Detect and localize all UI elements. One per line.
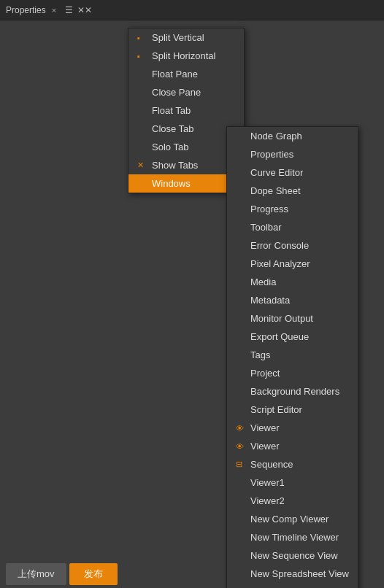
menu-item-curve-editor[interactable]: Curve Editor — [227, 163, 358, 182]
menu-item-tags[interactable]: Tags — [227, 346, 358, 364]
float-tab-label: Float Tab — [152, 105, 191, 116]
monitor-output-label: Monitor Output — [250, 313, 313, 324]
menu-item-metadata[interactable]: Metadata — [227, 291, 358, 309]
menu-item-new-sequence-view[interactable]: New Sequence View — [227, 546, 358, 565]
menu-item-progress[interactable]: Progress — [227, 200, 358, 218]
export-queue-label: Export Queue — [250, 331, 309, 342]
media-label: Media — [250, 276, 276, 287]
menu-item-node-graph[interactable]: Node Graph — [227, 127, 358, 145]
menu-item-dope-sheet[interactable]: Dope Sheet — [227, 182, 358, 200]
toolbar-label: Toolbar — [250, 222, 282, 233]
menu-item-media[interactable]: Media — [227, 273, 358, 291]
error-console-label: Error Console — [250, 240, 309, 251]
split-horizontal-label: Split Horizontal — [152, 50, 215, 61]
split-horizontal-icon: ▪ — [137, 52, 147, 61]
menu-item-viewer2[interactable]: Viewer2 — [227, 492, 358, 510]
menu-item-toolbar[interactable]: Toolbar — [227, 218, 358, 236]
top-bar: Properties × ☰ ✕✕ — [0, 0, 384, 20]
new-sequence-view-label: New Sequence View — [250, 550, 338, 561]
menu-item-pixel-analyzer[interactable]: Pixel Analyzer — [227, 255, 358, 273]
main-area: ▪ Split Vertical ▪ Split Horizontal Floa… — [0, 20, 384, 588]
script-editor-label: Script Editor — [250, 404, 302, 415]
split-vertical-icon: ▪ — [137, 34, 147, 42]
new-comp-viewer-label: New Comp Viewer — [250, 514, 329, 525]
viewer-1-eye-icon: 👁 — [236, 424, 246, 433]
publish-button[interactable]: 发布 — [69, 563, 118, 585]
panel-title: Properties — [6, 5, 46, 15]
viewer1-label: Viewer1 — [250, 477, 285, 488]
float-pane-label: Float Pane — [152, 69, 198, 80]
menu-item-viewer1[interactable]: Viewer1 — [227, 473, 358, 492]
node-graph-label: Node Graph — [250, 131, 302, 142]
menu-item-float-tab[interactable]: Float Tab — [128, 101, 244, 120]
solo-tab-label: Solo Tab — [152, 142, 188, 152]
menu-item-new-timeline-viewer[interactable]: New Timeline Viewer — [227, 528, 358, 546]
new-spreadsheet-view-label: New Spreadsheet View — [250, 568, 349, 579]
properties-label: Properties — [250, 149, 293, 160]
sequence-icon: ⊟ — [236, 460, 246, 469]
split-vertical-label: Split Vertical — [152, 32, 204, 43]
menu-item-monitor-output[interactable]: Monitor Output — [227, 309, 358, 328]
menu-item-split-horizontal[interactable]: ▪ Split Horizontal — [128, 47, 244, 65]
windows-label: Windows — [152, 178, 191, 189]
menu-item-sequence[interactable]: ⊟ Sequence — [227, 455, 358, 473]
menu-item-new-comp-viewer[interactable]: New Comp Viewer — [227, 510, 358, 528]
close-tab-label: Close Tab — [152, 123, 194, 134]
menu-item-viewer-2[interactable]: 👁 Viewer — [227, 437, 358, 455]
toolbar-icons: ☰ ✕✕ — [65, 5, 92, 15]
viewer-1-label: Viewer — [250, 422, 280, 433]
menu-item-new-script-editor[interactable]: New Script Editor — [227, 583, 358, 588]
metadata-label: Metadata — [250, 295, 290, 306]
menu-item-float-pane[interactable]: Float Pane — [128, 65, 244, 83]
show-tabs-check-icon: ✕ — [137, 160, 147, 170]
menu-item-error-console[interactable]: Error Console — [227, 236, 358, 255]
pixel-analyzer-label: Pixel Analyzer — [250, 258, 310, 269]
menu-item-viewer-1[interactable]: 👁 Viewer — [227, 419, 358, 437]
show-tabs-label: Show Tabs — [152, 160, 198, 171]
viewer-2-eye-icon: 👁 — [236, 442, 246, 451]
close-pane-label: Close Pane — [152, 87, 201, 98]
menu-item-background-renders[interactable]: Background Renders — [227, 382, 358, 401]
menu-item-new-spreadsheet-view[interactable]: New Spreadsheet View — [227, 565, 358, 583]
close-button[interactable]: × — [52, 6, 56, 15]
progress-label: Progress — [250, 204, 288, 214]
menu-item-close-pane[interactable]: Close Pane — [128, 83, 244, 101]
sequence-label: Sequence — [250, 459, 293, 470]
new-timeline-viewer-label: New Timeline Viewer — [250, 532, 339, 543]
menu-item-properties[interactable]: Properties — [227, 145, 358, 163]
menu-icon[interactable]: ☰ — [65, 5, 73, 15]
dope-sheet-label: Dope Sheet — [250, 185, 301, 196]
menu-item-script-editor[interactable]: Script Editor — [227, 401, 358, 419]
project-label: Project — [250, 368, 280, 379]
menu-item-split-vertical[interactable]: ▪ Split Vertical — [128, 28, 244, 47]
menu-item-project[interactable]: Project — [227, 364, 358, 382]
viewer2-label: Viewer2 — [250, 495, 285, 506]
background-renders-label: Background Renders — [250, 386, 339, 397]
viewer-2-label: Viewer — [250, 441, 280, 452]
upload-mov-button[interactable]: 上传mov — [6, 563, 66, 585]
tags-label: Tags — [250, 349, 270, 360]
menu-item-export-queue[interactable]: Export Queue — [227, 328, 358, 346]
context-menu-windows: Node Graph Properties Curve Editor Dope … — [226, 126, 358, 588]
settings-icon[interactable]: ✕✕ — [77, 5, 92, 15]
curve-editor-label: Curve Editor — [250, 167, 303, 178]
